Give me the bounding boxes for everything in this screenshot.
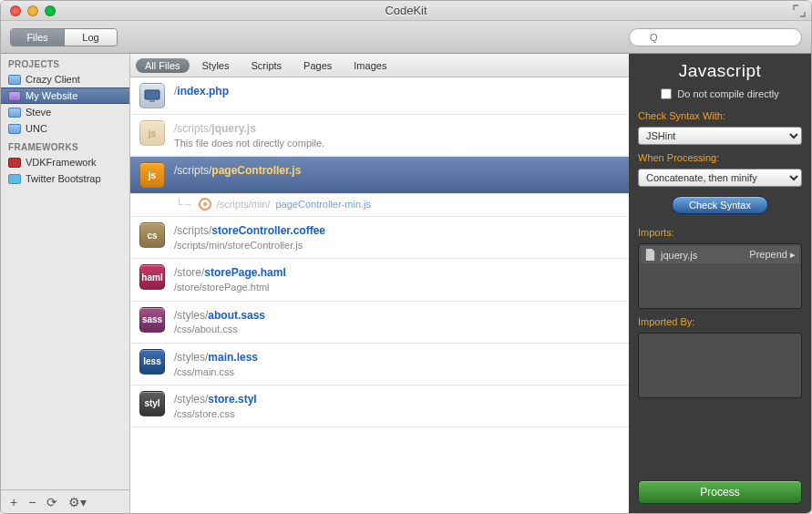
file-type-badge: styl [139, 391, 165, 416]
titlebar: CodeKit [1, 1, 811, 21]
file-path: /scripts/jquery.jsThis file does not dir… [174, 120, 324, 150]
fullscreen-icon[interactable] [793, 5, 806, 17]
settings-gear-icon[interactable]: ⚙▾ [68, 495, 87, 509]
import-name: jquery.js [661, 250, 697, 261]
window-controls [1, 5, 56, 16]
import-mode[interactable]: Prepend ▸ [749, 249, 796, 261]
dont-compile-input[interactable] [661, 88, 672, 99]
add-project-button[interactable]: + [10, 495, 17, 509]
center-panel: All FilesStylesScriptsPagesImages /index… [130, 54, 629, 513]
svg-rect-2 [145, 90, 159, 99]
imported-by-list [638, 333, 802, 398]
folder-icon [8, 91, 21, 101]
file-type-badge: cs [139, 222, 165, 248]
sidebar-item-label: Steve [26, 107, 51, 118]
sidebar-item-label: Twitter Bootstrap [26, 173, 101, 184]
syntax-label: Check Syntax With: [638, 110, 802, 121]
sidebar-item-label: UNC [26, 123, 47, 134]
sidebar-item-label: My Website [26, 90, 77, 101]
check-syntax-button[interactable]: Check Syntax [672, 196, 768, 214]
file-row[interactable]: sass/styles/about.sass/css/about.css [130, 302, 629, 344]
sidebar-item[interactable]: Crazy Client [1, 71, 129, 87]
refresh-button[interactable]: ⟳ [46, 495, 57, 509]
file-path: /styles/about.sass/css/about.css [174, 307, 265, 337]
folder-icon [8, 124, 21, 134]
file-path: /styles/main.less/css/main.css [174, 349, 258, 379]
file-row[interactable]: haml/store/storePage.haml/store/storePag… [130, 259, 629, 301]
body: PROJECTS Crazy ClientMy WebsiteSteveUNC … [1, 54, 811, 513]
filter-scripts[interactable]: Scripts [242, 58, 291, 73]
projects-header: PROJECTS [1, 54, 129, 71]
sidebar-item-label: VDKFramework [26, 157, 97, 168]
close-icon[interactable] [10, 5, 21, 16]
folder-icon [8, 108, 21, 118]
file-row[interactable]: styl/styles/store.styl/css/store.css [130, 386, 629, 427]
file-row[interactable]: js/scripts/jquery.jsThis file does not d… [130, 115, 629, 157]
file-row[interactable]: less/styles/main.less/css/main.css [130, 344, 629, 386]
filter-styles[interactable]: Styles [193, 58, 239, 73]
minimize-icon[interactable] [27, 5, 38, 16]
arrow-icon: └→ [176, 199, 193, 210]
target-icon [199, 198, 211, 211]
file-path: /styles/store.styl/css/store.css [174, 391, 257, 421]
syntax-select[interactable]: JSHint [638, 127, 802, 145]
file-path: /scripts/storeController.coffee/scripts/… [174, 222, 325, 252]
filter-all-files[interactable]: All Files [136, 58, 190, 73]
app-window: CodeKit Files Log PROJECTS Crazy ClientM… [0, 0, 812, 514]
search-wrap [629, 28, 802, 46]
frameworks-header: FRAMEWORKS [1, 137, 129, 154]
zoom-icon[interactable] [45, 5, 56, 16]
imported-by-label: Imported By: [638, 316, 802, 327]
processing-label: When Processing: [638, 152, 802, 163]
file-type-badge [139, 83, 165, 108]
remove-project-button[interactable]: − [28, 495, 36, 509]
imports-label: Imports: [638, 227, 802, 238]
view-segmented-control: Files Log [10, 28, 118, 46]
file-path: /scripts/pageController.js [174, 162, 301, 179]
file-list: /index.phpjs/scripts/jquery.jsThis file … [130, 77, 629, 513]
inspector-panel: Javascript Do not compile directly Check… [629, 54, 811, 513]
window-title: CodeKit [1, 4, 811, 17]
tab-log[interactable]: Log [64, 29, 117, 46]
filter-images[interactable]: Images [344, 58, 396, 73]
dont-compile-label: Do not compile directly [677, 88, 778, 99]
filter-pages[interactable]: Pages [294, 58, 341, 73]
sidebar-item[interactable]: My Website [1, 87, 129, 104]
imports-list: jquery.jsPrepend ▸ [638, 243, 802, 309]
folder-icon [8, 158, 21, 168]
tab-files[interactable]: Files [11, 29, 64, 46]
file-type-badge: js [139, 120, 165, 146]
sidebar-item[interactable]: Steve [1, 104, 129, 120]
sidebar-item-label: Crazy Client [26, 74, 80, 85]
document-icon [644, 249, 656, 261]
sidebar-footer: + − ⟳ ⚙▾ [1, 489, 129, 513]
sidebar: PROJECTS Crazy ClientMy WebsiteSteveUNC … [1, 54, 130, 513]
search-input[interactable] [629, 28, 802, 46]
file-type-badge: sass [139, 307, 165, 333]
dont-compile-checkbox[interactable]: Do not compile directly [638, 88, 802, 99]
sidebar-item[interactable]: VDKFramework [1, 154, 129, 170]
process-button[interactable]: Process [638, 480, 802, 504]
sidebar-item[interactable]: Twitter Bootstrap [1, 170, 129, 187]
folder-icon [8, 174, 21, 184]
toolbar: Files Log [1, 21, 811, 54]
file-type-badge: haml [139, 264, 165, 290]
file-path: /index.php [174, 83, 229, 99]
file-row[interactable]: cs/scripts/storeController.coffee/script… [130, 217, 629, 259]
import-row[interactable]: jquery.jsPrepend ▸ [641, 246, 799, 263]
file-type-badge: js [139, 162, 165, 188]
file-row[interactable]: js/scripts/pageController.js [130, 157, 629, 194]
file-type-badge: less [139, 349, 165, 375]
filterbar: All FilesStylesScriptsPagesImages [130, 54, 629, 77]
output-row[interactable]: └→/scripts/min/pageController-min.js [130, 194, 629, 217]
folder-icon [8, 75, 21, 85]
file-path: /store/storePage.haml/store/storePage.ht… [174, 264, 286, 294]
sidebar-item[interactable]: UNC [1, 120, 129, 137]
inspector-title: Javascript [638, 61, 802, 81]
svg-rect-3 [149, 100, 155, 102]
file-row[interactable]: /index.php [130, 77, 629, 115]
processing-select[interactable]: Concatenate, then minify [638, 169, 802, 187]
